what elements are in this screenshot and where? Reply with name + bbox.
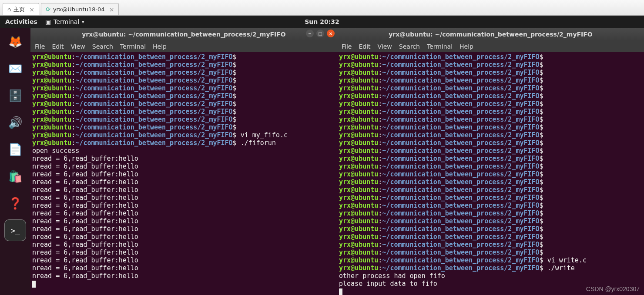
close-icon[interactable]: × xyxy=(109,6,114,13)
terminal-window-left: yrx@ubuntu: ~/communication_between_proc… xyxy=(30,28,337,295)
menu-item-file[interactable]: File xyxy=(342,43,352,50)
browser-tab-vm[interactable]: ⟳ yrx@Ubuntu18-04 × xyxy=(41,3,119,15)
browser-tab-home[interactable]: ⌂ 主页 × xyxy=(3,3,39,15)
ubuntu-topbar: Activities ▣ Terminal ▾ Sun 20:32 xyxy=(0,16,644,28)
terminal-output[interactable]: yrx@ubuntu:~/communication_between_proce… xyxy=(30,52,337,295)
watermark: CSDN @yrx020307 xyxy=(586,285,640,292)
app-menu[interactable]: ▣ Terminal ▾ xyxy=(45,18,84,25)
terminal-menubar: FileEditViewSearchTerminalHelp xyxy=(337,41,644,52)
close-button[interactable]: × xyxy=(327,30,335,37)
desktop: 🦊✉️🗄️🔊📄🛍️❓>_ yrx@ubuntu: ~/communication… xyxy=(0,28,644,295)
help-icon[interactable]: ❓ xyxy=(5,193,26,214)
terminal-area: yrx@ubuntu: ~/communication_between_proc… xyxy=(30,28,644,295)
terminal-window-right: yrx@ubuntu: ~/communication_between_proc… xyxy=(337,28,644,295)
menu-item-file[interactable]: File xyxy=(35,43,45,50)
app-name: Terminal xyxy=(54,18,79,25)
writer-icon[interactable]: 📄 xyxy=(5,139,26,160)
terminal-icon[interactable]: >_ xyxy=(5,220,26,241)
files-icon[interactable]: 🗄️ xyxy=(5,85,26,106)
dock: 🦊✉️🗄️🔊📄🛍️❓>_ xyxy=(0,28,30,295)
menu-item-terminal[interactable]: Terminal xyxy=(120,43,146,50)
rhythmbox-icon[interactable]: 🔊 xyxy=(5,112,26,133)
menu-item-help[interactable]: Help xyxy=(460,43,473,50)
terminal-menubar: FileEditViewSearchTerminalHelp xyxy=(30,41,337,52)
tab-label: yrx@Ubuntu18-04 xyxy=(53,6,105,13)
thunderbird-icon[interactable]: ✉️ xyxy=(5,58,26,79)
close-icon[interactable]: × xyxy=(29,6,34,13)
activities-button[interactable]: Activities xyxy=(5,18,37,25)
minimize-button[interactable]: ‒ xyxy=(306,30,314,37)
window-title: yrx@ubuntu: ~/communication_between_proc… xyxy=(389,31,593,38)
browser-tabbar: ⌂ 主页 × ⟳ yrx@Ubuntu18-04 × xyxy=(0,0,644,16)
menu-item-edit[interactable]: Edit xyxy=(359,43,370,50)
terminal-output[interactable]: yrx@ubuntu:~/communication_between_proce… xyxy=(337,52,644,295)
window-titlebar[interactable]: yrx@ubuntu: ~/communication_between_proc… xyxy=(30,28,337,41)
terminal-appicon: ▣ xyxy=(45,18,51,25)
menu-item-search[interactable]: Search xyxy=(399,43,420,50)
firefox-icon[interactable]: 🦊 xyxy=(5,31,26,52)
window-titlebar[interactable]: yrx@ubuntu: ~/communication_between_proc… xyxy=(337,28,644,41)
vm-icon: ⟳ xyxy=(46,6,50,13)
menu-item-view[interactable]: View xyxy=(71,43,85,50)
menu-item-view[interactable]: View xyxy=(378,43,392,50)
menu-item-search[interactable]: Search xyxy=(92,43,113,50)
tab-label: 主页 xyxy=(13,6,25,13)
software-icon[interactable]: 🛍️ xyxy=(5,166,26,187)
menu-item-terminal[interactable]: Terminal xyxy=(427,43,453,50)
menu-item-edit[interactable]: Edit xyxy=(52,43,64,50)
menu-item-help[interactable]: Help xyxy=(153,43,167,50)
maximize-button[interactable]: □ xyxy=(316,30,324,37)
window-title: yrx@ubuntu: ~/communication_between_proc… xyxy=(82,31,286,38)
home-icon: ⌂ xyxy=(7,6,11,13)
chevron-down-icon: ▾ xyxy=(82,20,84,24)
clock[interactable]: Sun 20:32 xyxy=(305,18,339,25)
